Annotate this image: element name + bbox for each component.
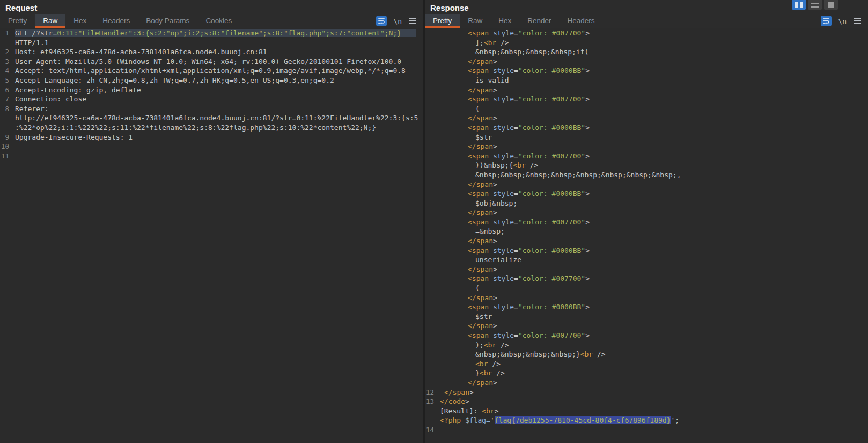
word-wrap-icon bbox=[378, 17, 385, 25]
line-number bbox=[425, 406, 437, 416]
code-line: $str bbox=[425, 133, 868, 142]
response-editor[interactable]: <span style="color: #007700">];<br />&nb… bbox=[425, 28, 868, 443]
line-number: 8 bbox=[0, 104, 12, 114]
code-line: :%22*op%22;i:1:%222%22;s:11:%22*filename… bbox=[0, 123, 423, 133]
line-number: 11 bbox=[0, 151, 12, 161]
line-number bbox=[0, 123, 12, 133]
menu-button[interactable] bbox=[408, 17, 417, 25]
code-line: 12</span> bbox=[425, 388, 868, 397]
response-tabs: PrettyRawHexRenderHeaders bbox=[425, 14, 603, 28]
line-number bbox=[425, 199, 437, 208]
code-line: 5Accept-Language: zh-CN,zh;q=0.8,zh-TW;q… bbox=[0, 76, 423, 85]
word-wrap-button[interactable] bbox=[376, 16, 387, 26]
request-tabs: PrettyRawHexHeadersBody ParamsCookies bbox=[0, 14, 240, 28]
code-line: </span> bbox=[425, 208, 868, 217]
flag-value: flag{7deb1255-7810-45cd-80f4-cf67896f189… bbox=[495, 416, 671, 424]
tab-hex[interactable]: Hex bbox=[490, 14, 519, 28]
line-number bbox=[425, 133, 437, 142]
code-line: &nbsp;&nbsp;&nbsp;&nbsp;if( bbox=[425, 47, 868, 57]
newline-toggle-button[interactable]: \n bbox=[838, 17, 847, 25]
layout-stack-button[interactable] bbox=[808, 0, 822, 10]
code-line: <?php $flag='flag{7deb1255-7810-45cd-80f… bbox=[425, 416, 868, 425]
stacked-rows-icon bbox=[811, 3, 819, 8]
line-number bbox=[425, 340, 437, 350]
http-message-viewer: Request PrettyRawHexHeadersBody ParamsCo… bbox=[0, 0, 868, 443]
line-number: 13 bbox=[425, 397, 437, 406]
code-line: =&nbsp; bbox=[425, 227, 868, 236]
code-line: </span> bbox=[425, 180, 868, 190]
code-line: $str bbox=[425, 312, 868, 322]
line-number bbox=[425, 265, 437, 274]
line-number bbox=[425, 312, 437, 322]
tab-headers[interactable]: Headers bbox=[94, 14, 138, 28]
line-number bbox=[425, 104, 437, 114]
line-number bbox=[425, 284, 437, 293]
line-number bbox=[425, 208, 437, 217]
code-line: 14 bbox=[425, 425, 868, 435]
line-number bbox=[425, 151, 437, 161]
code-line: 6Accept-Encoding: gzip, deflate bbox=[0, 85, 423, 95]
code-line: <br /> bbox=[425, 359, 868, 369]
request-editor[interactable]: 1GET /?str=0:11:"FileHandler":3:{s:2:"op… bbox=[0, 28, 423, 443]
tab-pretty[interactable]: Pretty bbox=[0, 14, 35, 28]
line-number bbox=[425, 123, 437, 133]
code-line: <span style="color: #0000BB"> bbox=[425, 246, 868, 256]
code-line: </span> bbox=[425, 142, 868, 151]
line-number bbox=[425, 368, 437, 378]
line-number bbox=[425, 416, 437, 425]
line-number: 3 bbox=[0, 57, 12, 67]
code-line: [Result]: <br> bbox=[425, 406, 868, 416]
line-number bbox=[425, 57, 437, 67]
single-pane-icon bbox=[828, 2, 834, 8]
line-number bbox=[425, 293, 437, 303]
line-number bbox=[425, 47, 437, 57]
code-line: </span> bbox=[425, 378, 868, 388]
request-tab-icons: \n bbox=[376, 14, 423, 28]
line-number bbox=[425, 66, 437, 76]
line-number: 2 bbox=[0, 47, 12, 57]
code-line: &nbsp;&nbsp;&nbsp;&nbsp;}<br /> bbox=[425, 350, 868, 359]
line-number bbox=[425, 170, 437, 180]
code-line: <span style="color: #0000BB"> bbox=[425, 66, 868, 76]
code-line: </span> bbox=[425, 321, 868, 331]
line-number bbox=[425, 227, 437, 236]
newline-toggle-button[interactable]: \n bbox=[393, 17, 402, 25]
code-line: HTTP/1.1 bbox=[0, 38, 423, 48]
tab-body-params[interactable]: Body Params bbox=[138, 14, 197, 28]
code-line: 8Referer: bbox=[0, 104, 423, 114]
line-number bbox=[425, 217, 437, 227]
request-panel: Request PrettyRawHexHeadersBody ParamsCo… bbox=[0, 0, 423, 443]
line-number: 6 bbox=[0, 85, 12, 95]
tab-pretty[interactable]: Pretty bbox=[425, 14, 460, 28]
line-number: 5 bbox=[0, 76, 12, 85]
tab-hex[interactable]: Hex bbox=[65, 14, 94, 28]
menu-button[interactable] bbox=[853, 17, 862, 25]
code-line: ))&nbsp;{<br /> bbox=[425, 161, 868, 170]
tab-cookies[interactable]: Cookies bbox=[197, 14, 240, 28]
code-line: </span> bbox=[425, 293, 868, 303]
line-number bbox=[0, 113, 12, 123]
line-number bbox=[425, 255, 437, 265]
line-number bbox=[425, 274, 437, 284]
word-wrap-button[interactable] bbox=[821, 16, 832, 26]
response-tab-icons: \n bbox=[821, 14, 868, 28]
line-number: 4 bbox=[0, 66, 12, 76]
tab-raw[interactable]: Raw bbox=[460, 14, 490, 28]
line-number bbox=[425, 76, 437, 85]
code-line: ( bbox=[425, 104, 868, 114]
tab-headers[interactable]: Headers bbox=[560, 14, 603, 28]
split-columns-icon bbox=[795, 2, 803, 8]
code-line: <span style="color: #007700"> bbox=[425, 274, 868, 284]
code-line: 13</code> bbox=[425, 397, 868, 406]
layout-split-button[interactable] bbox=[792, 0, 806, 10]
tab-raw[interactable]: Raw bbox=[35, 14, 65, 28]
hamburger-icon bbox=[408, 17, 417, 25]
layout-single-button[interactable] bbox=[824, 0, 838, 10]
line-number bbox=[425, 331, 437, 340]
line-number bbox=[425, 246, 437, 256]
tab-render[interactable]: Render bbox=[519, 14, 559, 28]
code-line: <span style="color: #0000BB"> bbox=[425, 123, 868, 133]
code-line: 7Connection: close bbox=[0, 95, 423, 104]
code-line: ];<br /> bbox=[425, 38, 868, 48]
line-number bbox=[425, 142, 437, 151]
